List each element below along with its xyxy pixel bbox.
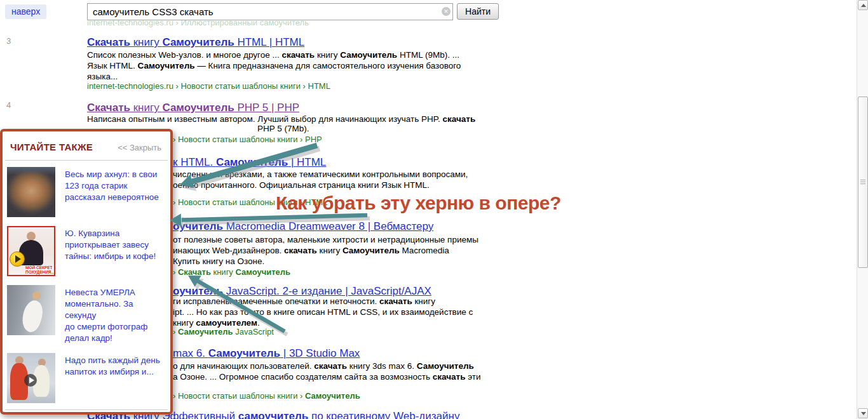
result-snippet-line: численными врезками, а также тематически… xyxy=(173,170,468,179)
widget-close-button[interactable]: << Закрыть xyxy=(118,143,161,152)
result-snippet-line: ги исправлены замеченные опечатки и нето… xyxy=(173,296,435,306)
old-man-photo-thumbnail[interactable] xyxy=(7,167,55,217)
scrollbar-up-button[interactable] xyxy=(858,0,868,10)
divider xyxy=(5,409,168,410)
result-snippet-line: Язык HTML. Самоучитель — Книга предназна… xyxy=(87,61,461,70)
result-url: › Новости статьи шаблоны книги › PHP xyxy=(173,135,322,144)
widget-item-link[interactable]: Ю. Куварзина приоткрывает завесу тайны: … xyxy=(65,226,156,276)
result-snippet-line: книгу самоучителем. xyxy=(173,318,260,328)
annotation-text: Как убрать эту херню в опере? xyxy=(276,192,561,214)
play-icon[interactable] xyxy=(10,251,25,267)
figure-shape xyxy=(32,291,41,300)
back-to-top-button[interactable]: наверх xyxy=(5,4,46,19)
browser-page: 3 Скачать книгу Самоучитель HTML | HTML … xyxy=(0,0,868,419)
result-title-link[interactable]: Скачать книгу Самоучитель HTML | HTML xyxy=(87,36,304,49)
scrollbar-thumb[interactable] xyxy=(858,96,868,268)
result-snippet-line: Написана опытным и известным автором. Лу… xyxy=(87,114,475,124)
widget-item-link[interactable]: Невеста УМЕРЛА моментально. За секунду д… xyxy=(65,285,165,344)
result-snippet-line: Купить книгу на Озоне. xyxy=(173,256,264,266)
result-rank: 4 xyxy=(6,100,11,110)
widget-item-link[interactable]: Надо пить каждый день напиток из имбиря … xyxy=(65,353,160,403)
figure-shape xyxy=(18,298,46,335)
result-title-link[interactable]: Скачать книгу Самоучитель PHP 5 | PHP xyxy=(87,102,299,114)
widget-item: Невеста УМЕРЛА моментально. За секунду д… xyxy=(3,279,170,347)
clear-search-icon[interactable]: ✕ xyxy=(442,7,451,16)
arrow-up-icon xyxy=(861,4,866,7)
widget-item-link[interactable]: Весь мир ахнул: в свои 123 года старик р… xyxy=(65,167,159,217)
widget-item: Весь мир ахнул: в свои 123 года старик р… xyxy=(3,161,170,220)
result-url: internet-technologies.ru › Новости стать… xyxy=(87,81,330,91)
result-url: › Скачать книгу Самоучитель xyxy=(173,267,290,277)
result-snippet-line: PHP 5 (7Mb). xyxy=(257,124,309,133)
result-title-link[interactable]: оучитель JavaScript. 2-е издание | JavaS… xyxy=(173,285,431,298)
play-icon[interactable] xyxy=(24,374,37,387)
scrollbar-down-button[interactable] xyxy=(858,408,868,418)
thumbnail-caption: МОЙ СЕКРЕТ ПОХУДЕНИЯ... xyxy=(25,265,53,274)
search-input[interactable] xyxy=(87,3,453,20)
widget-header: ЧИТАЙТЕ ТАКЖЕ << Закрыть xyxy=(3,131,170,160)
result-title-link[interactable]: max 6. Самоучитель | 3D Studio Max xyxy=(173,347,360,360)
result-snippet-line: оению прочитанного. Официальная страница… xyxy=(173,180,430,190)
scrollbar[interactable] xyxy=(857,0,868,419)
arrow-down-icon xyxy=(861,412,866,415)
figure-shape xyxy=(27,232,36,241)
result-url: › Новости статьи шаблоны книги › Самоучи… xyxy=(173,391,360,401)
scrollbar-grip-icon xyxy=(860,180,865,185)
read-also-widget: ЧИТАЙТЕ ТАКЖЕ << Закрыть Весь мир ахнул:… xyxy=(0,129,173,415)
result-rank: 3 xyxy=(6,36,11,46)
result-title-link[interactable]: оучитель Macromedia Dreamweaver 8 | Вебм… xyxy=(173,220,433,233)
widget-item: МОЙ СЕКРЕТ ПОХУДЕНИЯ... Ю. Куварзина при… xyxy=(3,220,170,279)
result-snippet-line: ipt. ... Но как раз то что в книге описа… xyxy=(173,307,473,317)
widget-item: Надо пить каждый день напиток из имбиря … xyxy=(3,347,170,406)
result-snippet-line: инающих Web-дизайнеров. скачать книгу Са… xyxy=(173,246,449,255)
bride-photo-thumbnail[interactable] xyxy=(7,285,55,335)
result-snippet-line: а Озоне. ... Огромное спасибо создателям… xyxy=(173,372,481,382)
result-snippet-line: языка... xyxy=(87,72,118,81)
result-snippet-line: Список полезных Web-узлов. и многое друг… xyxy=(87,50,459,60)
search-bar: internet-technologies.ru › Иллюстрирован… xyxy=(0,0,855,28)
search-button[interactable]: Найти xyxy=(457,3,499,20)
widget-title: ЧИТАЙТЕ ТАКЖЕ xyxy=(10,142,93,152)
result-snippet-line: от полезные советы автора, маленькие хит… xyxy=(173,235,478,244)
result-url: › Самоучитель JavaScript xyxy=(173,327,274,336)
woman-video-thumbnail[interactable]: МОЙ СЕКРЕТ ПОХУДЕНИЯ... xyxy=(7,226,55,276)
result-snippet-line: о для начинающих пользователей. скачать … xyxy=(173,361,474,371)
result-title-link[interactable]: к HTML. Самоучитель | HTML xyxy=(173,156,326,169)
two-women-video-thumbnail[interactable] xyxy=(7,353,55,403)
